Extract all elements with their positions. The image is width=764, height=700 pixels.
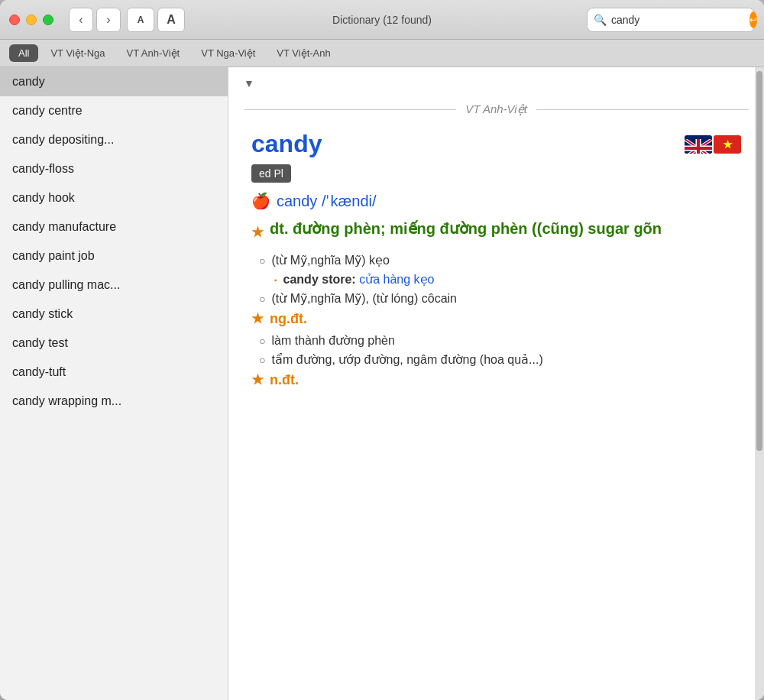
circle-bullet-icon: ○ bbox=[259, 354, 265, 366]
minimize-button[interactable] bbox=[26, 15, 37, 25]
font-buttons: A A bbox=[127, 8, 185, 32]
scrollbar[interactable] bbox=[755, 67, 764, 700]
close-button[interactable] bbox=[9, 15, 20, 25]
sidebar-item-candy-manufacture[interactable]: candy manufacture bbox=[0, 212, 228, 241]
star-icon-2: ★ bbox=[251, 310, 264, 327]
section-label: VT Anh-Việt bbox=[456, 102, 536, 116]
circle-bullet-icon: ○ bbox=[259, 254, 265, 267]
def-list-2: ○ làm thành đường phèn ○ tẩm đường, ướp … bbox=[259, 333, 741, 367]
window-title: Dictionary (12 found) bbox=[332, 14, 432, 26]
sidebar-item-candy[interactable]: candy bbox=[0, 67, 228, 96]
title-bar: ‹ › A A Dictionary (12 found) 🔍 ↩ bbox=[0, 0, 764, 40]
content-panel: ▼ VT Anh-Việt candy bbox=[228, 67, 764, 700]
entry-word: candy bbox=[251, 130, 322, 158]
bullet-list-2: ○ (từ Mỹ,nghĩa Mỹ), (từ lóng) côcain bbox=[259, 291, 741, 306]
search-area: 🔍 ↩ bbox=[587, 8, 755, 32]
list-item: ○ (từ Mỹ,nghĩa Mỹ), (từ lóng) côcain bbox=[259, 291, 741, 306]
circle-bullet-icon: ○ bbox=[259, 335, 265, 347]
font-large-button[interactable]: A bbox=[157, 8, 185, 32]
pos2-text: ng.đt. bbox=[270, 311, 307, 327]
sidebar-item-candy-hook[interactable]: candy hook bbox=[0, 183, 228, 212]
circle-bullet-icon: ○ bbox=[259, 293, 265, 305]
app-window: ‹ › A A Dictionary (12 found) 🔍 ↩ All VT… bbox=[0, 0, 764, 700]
pos-3: ★ n.đt. bbox=[251, 371, 741, 388]
bullet-text: (từ Mỹ,nghĩa Mỹ), (từ lóng) côcain bbox=[271, 291, 457, 306]
tab-vt-viet-anh[interactable]: VT Việt-Anh bbox=[267, 44, 339, 62]
sidebar-item-candy-floss[interactable]: candy-floss bbox=[0, 154, 228, 183]
pos3-text: n.đt. bbox=[270, 372, 299, 388]
def-text: làm thành đường phèn bbox=[271, 333, 394, 348]
maximize-button[interactable] bbox=[43, 15, 53, 25]
forward-icon: › bbox=[106, 13, 110, 27]
tab-all[interactable]: All bbox=[9, 44, 38, 62]
sidebar-item-candy-depositing[interactable]: candy depositing... bbox=[0, 125, 228, 154]
back-button[interactable]: ‹ bbox=[69, 8, 93, 32]
forward-button[interactable]: › bbox=[96, 8, 121, 32]
star-icon-3: ★ bbox=[251, 371, 264, 388]
uk-flag-icon bbox=[685, 135, 712, 154]
nav-buttons: ‹ › bbox=[69, 8, 121, 32]
tab-bar: All VT Việt-Nga VT Anh-Việt VT Nga-Việt … bbox=[0, 40, 764, 67]
list-item: ▪ candy store: cửa hàng kẹo bbox=[274, 272, 741, 287]
list-item: ○ làm thành đường phèn bbox=[259, 333, 741, 348]
dict-section-header: VT Anh-Việt bbox=[228, 90, 764, 122]
sidebar-item-candy-centre[interactable]: candy centre bbox=[0, 96, 228, 125]
sidebar-item-candy-paint-job[interactable]: candy paint job bbox=[0, 241, 228, 271]
square-bullet-icon: ▪ bbox=[274, 276, 277, 284]
phonetic-line: 🍎 candy /ˈkændi/ bbox=[251, 192, 741, 210]
back-icon: ‹ bbox=[79, 13, 83, 27]
star-icon-1: ★ bbox=[251, 224, 264, 241]
sidebar-item-candy-tuft[interactable]: candy-tuft bbox=[0, 358, 228, 387]
tab-vt-nga-viet[interactable]: VT Nga-Việt bbox=[192, 44, 264, 62]
pos-2: ★ ng.đt. bbox=[251, 310, 741, 327]
collapse-button[interactable]: ▼ bbox=[244, 77, 254, 89]
candy-store-link[interactable]: cửa hàng kẹo bbox=[359, 273, 434, 286]
main-content: candy candy centre candy depositing... c… bbox=[0, 67, 764, 700]
sidebar-item-candy-pulling[interactable]: candy pulling mac... bbox=[0, 271, 228, 300]
sidebar: candy candy centre candy depositing... c… bbox=[0, 67, 228, 700]
def-text: tẩm đường, ướp đường, ngâm đường (hoa qu… bbox=[271, 352, 542, 367]
vn-flag-icon bbox=[714, 135, 741, 154]
entry-title: candy bbox=[251, 130, 741, 158]
sidebar-item-candy-test[interactable]: candy test bbox=[0, 329, 228, 358]
pos-1: ★ dt. đường phèn; miếng đường phèn ((cũn… bbox=[251, 218, 741, 247]
sidebar-item-candy-wrapping[interactable]: candy wrapping m... bbox=[0, 387, 228, 416]
clear-icon: ↩ bbox=[749, 15, 757, 25]
dict-body: candy bbox=[228, 122, 764, 410]
tab-vt-viet-nga[interactable]: VT Việt-Nga bbox=[41, 44, 114, 62]
tooltip-box: ed Pl bbox=[251, 164, 291, 183]
tab-vt-anh-viet[interactable]: VT Anh-Việt bbox=[118, 44, 189, 62]
phonetic-text: candy /ˈkændi/ bbox=[277, 192, 377, 210]
font-small-button[interactable]: A bbox=[127, 8, 154, 32]
pos1-text: dt. đường phèn; miếng đường phèn ((cũng)… bbox=[270, 218, 662, 239]
bullet-list-1: ○ (từ Mỹ,nghĩa Mỹ) kẹo bbox=[259, 253, 741, 267]
flag-icons bbox=[685, 135, 741, 154]
divider-right bbox=[536, 109, 749, 110]
apple-icon: 🍎 bbox=[251, 192, 270, 210]
sub-item-text: candy store: cửa hàng kẹo bbox=[283, 272, 435, 287]
search-input[interactable] bbox=[611, 14, 745, 26]
sidebar-item-candy-stick[interactable]: candy stick bbox=[0, 300, 228, 329]
sub-list-1: ▪ candy store: cửa hàng kẹo bbox=[274, 272, 741, 287]
divider-left bbox=[244, 109, 456, 110]
list-item: ○ tẩm đường, ướp đường, ngâm đường (hoa … bbox=[259, 352, 741, 367]
scrollbar-thumb[interactable] bbox=[756, 71, 762, 451]
search-icon: 🔍 bbox=[594, 14, 607, 26]
bullet-text: (từ Mỹ,nghĩa Mỹ) kẹo bbox=[271, 253, 389, 267]
traffic-lights bbox=[9, 15, 53, 25]
list-item: ○ (từ Mỹ,nghĩa Mỹ) kẹo bbox=[259, 253, 741, 267]
search-clear-button[interactable]: ↩ bbox=[749, 11, 757, 28]
